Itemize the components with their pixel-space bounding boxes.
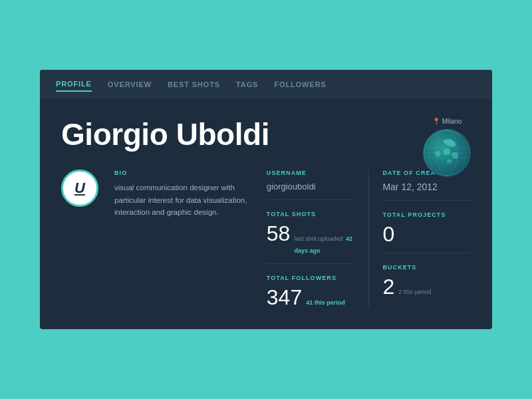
nav-profile[interactable]: PROFILE [56,77,92,92]
stats-right: DATE OF CREATION Mar 12, 2012 TOTAL PROJ… [368,170,471,308]
shots-number: 58 [267,223,291,244]
followers-label: TOTAL FOLLOWERS [267,275,356,281]
username-label: USERNAME [267,170,356,176]
nav-followers[interactable]: FOLLOWERS [274,78,326,91]
buckets-number: 2 [382,276,394,297]
nav-tags[interactable]: TAGS [236,78,258,91]
user-name: Giorgio Uboldi [61,118,471,152]
profile-card: PROFILE OVERVIEW BEST SHOTS TAGS FOLLOWE… [40,70,492,330]
profile-details-row: U BIO visual communication designer with… [61,170,471,308]
buckets-label: BUCKETS [382,264,471,271]
total-shots-stat: TOTAL SHOTS 58 last shot uploaded 42 day… [267,211,356,264]
followers-value-row: 347 41 this period [267,287,356,308]
bio-section: BIO visual communication designer with p… [114,170,251,218]
followers-number: 347 [267,287,302,308]
shots-meta: last shot uploaded [294,235,342,242]
date-creation-value: Mar 12, 2012 [382,182,471,192]
pin-icon: 📍 [432,118,440,125]
buckets-stat: BUCKETS 2 2 this period [382,264,471,297]
bio-text: visual communication designer with parti… [114,182,247,218]
location-label: 📍 Milano [432,118,462,125]
buckets-meta: 2 this period [398,289,431,295]
location-text: Milano [442,118,462,125]
stats-grid: USERNAME giorgiouboldi TOTAL SHOTS 58 la… [267,170,471,308]
projects-value-row: 0 [382,223,471,245]
main-content: 📍 Milano [40,99,492,330]
total-projects-label: TOTAL PROJECTS [382,211,471,218]
avatar: U [61,170,98,207]
globe-icon [423,129,471,177]
projects-number: 0 [382,223,394,245]
followers-meta: 41 this period [306,299,345,306]
bio-label: BIO [114,170,251,176]
nav-bar: PROFILE OVERVIEW BEST SHOTS TAGS FOLLOWE… [40,70,492,99]
total-followers-stat: TOTAL FOLLOWERS 347 41 this period [267,275,356,308]
total-projects-stat: TOTAL PROJECTS 0 [382,211,471,253]
nav-best-shots[interactable]: BEST SHOTS [168,78,220,91]
username-stat: USERNAME giorgiouboldi [267,170,356,200]
nav-overview[interactable]: OVERVIEW [108,78,152,91]
buckets-value-row: 2 2 this period [382,276,471,297]
location-section: 📍 Milano [423,118,471,177]
stats-left: USERNAME giorgiouboldi TOTAL SHOTS 58 la… [267,170,369,308]
avatar-inner: U [65,173,95,203]
username-value: giorgiouboldi [267,182,356,192]
total-shots-label: TOTAL SHOTS [267,211,356,217]
shots-value-row: 58 last shot uploaded 42 days ago [267,223,356,255]
